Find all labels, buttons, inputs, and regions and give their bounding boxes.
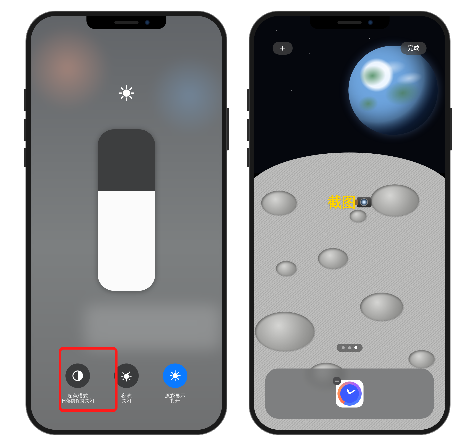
night-shift-subtitle: 关闭 — [122, 398, 131, 404]
brightness-icon — [118, 85, 135, 101]
svg-line-22 — [172, 372, 173, 373]
svg-point-0 — [124, 90, 129, 96]
svg-line-6 — [130, 97, 132, 98]
night-shift-icon — [114, 364, 139, 388]
svg-line-15 — [129, 379, 130, 380]
brightness-slider[interactable] — [98, 129, 155, 291]
svg-line-24 — [178, 372, 179, 373]
svg-line-7 — [130, 88, 132, 89]
true-tone-subtitle: 打开 — [170, 398, 180, 404]
true-tone-button[interactable]: 原彩显示 打开 — [153, 364, 198, 404]
dock — [265, 369, 434, 419]
add-widget-button[interactable]: + — [272, 42, 293, 55]
svg-line-25 — [172, 378, 173, 379]
true-tone-icon — [163, 364, 187, 388]
notch — [86, 16, 166, 29]
clock-app-icon[interactable] — [336, 380, 363, 408]
svg-line-23 — [178, 378, 179, 379]
highlight-box — [59, 347, 118, 412]
wallpaper — [254, 16, 445, 430]
done-button[interactable]: 完成 — [401, 42, 426, 55]
plus-icon: + — [280, 43, 285, 54]
svg-line-16 — [123, 373, 124, 374]
camera-icon — [357, 197, 372, 207]
svg-line-8 — [121, 97, 123, 98]
remove-app-badge[interactable] — [333, 377, 341, 385]
svg-line-5 — [121, 88, 123, 89]
phone-right: + 完成 截图 — [249, 11, 450, 435]
phone-left: 深色模式 日落前保持关闭 夜览 关闭 — [26, 11, 227, 435]
page-indicator[interactable] — [337, 344, 363, 352]
brightness-fill — [98, 191, 155, 291]
notch — [310, 16, 390, 29]
done-label: 完成 — [408, 44, 419, 52]
screen-left: 深色模式 日落前保持关闭 夜览 关闭 — [31, 16, 222, 430]
screen-right: + 完成 截图 — [254, 16, 445, 430]
svg-line-14 — [123, 379, 124, 380]
svg-point-10 — [124, 374, 129, 378]
screenshot-watermark: 截图 — [328, 193, 372, 212]
